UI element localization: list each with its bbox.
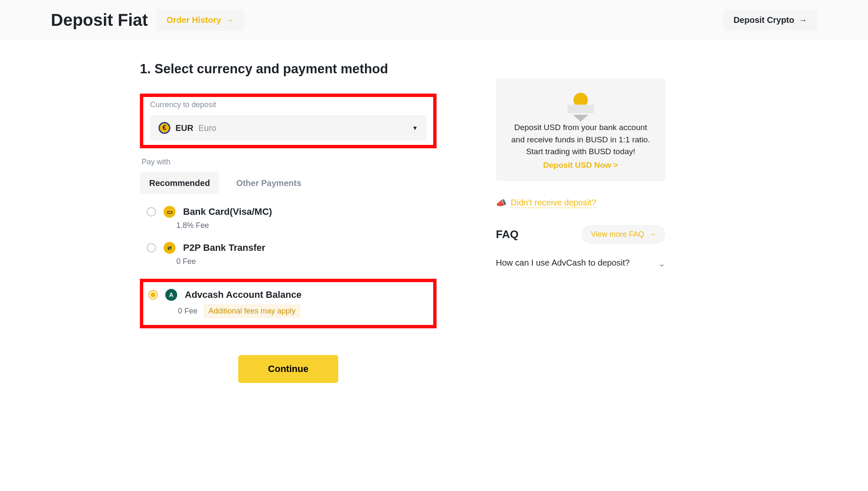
faq-title: FAQ [496,228,518,241]
view-more-faq-label: View more FAQ [591,230,644,239]
tab-other-payments[interactable]: Other Payments [227,172,310,194]
view-more-faq-button[interactable]: View more FAQ → [581,225,665,244]
payment-method-name: Bank Card(Visa/MC) [183,206,272,217]
radio-icon[interactable] [147,207,156,216]
arrow-right-icon: → [648,230,656,239]
chevron-down-icon: ▼ [412,125,418,131]
euro-icon: € [159,122,170,134]
deposit-crypto-label: Deposit Crypto [734,15,794,25]
payment-method-fee: 1.8% Fee [176,221,209,230]
payment-method-name: P2P Bank Transfer [183,242,265,253]
deposit-icon [509,93,653,122]
currency-dropdown[interactable]: € EUR Euro ▼ [150,115,426,141]
page-title: Deposit Fiat [51,11,148,30]
card-icon: ▭ [164,206,175,218]
radio-icon[interactable] [147,243,156,252]
transfer-icon: ⇄ [164,242,175,254]
arrow-right-icon: → [225,15,234,25]
currency-code: EUR [175,123,193,133]
currency-label: Currency to deposit [150,100,426,109]
currency-name: Euro [198,123,216,133]
deposit-crypto-button[interactable]: Deposit Crypto → [723,9,817,31]
order-history-button[interactable]: Order History → [156,9,244,31]
deposit-usd-link[interactable]: Deposit USD Now > [543,161,618,170]
arrow-right-icon: → [798,15,807,25]
tab-recommended[interactable]: Recommended [140,172,219,194]
not-received-link[interactable]: 📣 Didn't receive deposit? [496,198,665,208]
faq-item[interactable]: How can I use AdvCash to deposit? ⌄ [496,257,665,269]
not-received-label: Didn't receive deposit? [511,198,596,208]
fee-note-badge: Additional fees may apply [203,304,300,318]
payment-method-fee: 0 Fee [178,307,198,316]
order-history-label: Order History [167,15,221,25]
payment-method-bank-card[interactable]: ▭ Bank Card(Visa/MC) 1.8% Fee [140,206,437,230]
continue-button[interactable]: Continue [238,355,338,383]
chevron-down-icon: ⌄ [658,258,665,269]
advcash-icon: A [165,289,177,301]
promo-text: Deposit USD from your bank account and r… [509,122,653,158]
step-title: 1. Select currency and payment method [140,61,437,77]
payment-method-advcash[interactable]: A Advcash Account Balance 0 Fee Addition… [148,289,428,318]
advcash-highlight-box: A Advcash Account Balance 0 Fee Addition… [140,279,437,328]
payment-method-p2p[interactable]: ⇄ P2P Bank Transfer 0 Fee [140,242,437,266]
payment-method-name: Advcash Account Balance [185,289,302,300]
payment-method-fee: 0 Fee [176,257,196,266]
faq-question: How can I use AdvCash to deposit? [496,257,645,269]
promo-card: Deposit USD from your bank account and r… [496,78,665,181]
megaphone-icon: 📣 [496,198,506,208]
radio-icon[interactable] [148,290,158,300]
currency-highlight-box: Currency to deposit € EUR Euro ▼ [140,94,437,148]
pay-with-label: Pay with [140,158,437,166]
